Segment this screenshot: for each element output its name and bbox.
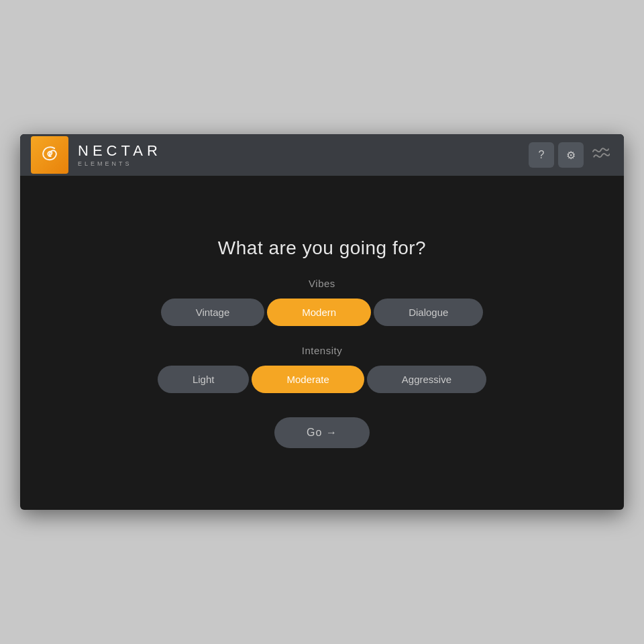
gear-icon: ⚙ [566, 149, 576, 162]
brand-name: NECTAR [78, 143, 162, 159]
question-icon: ? [539, 149, 545, 161]
help-button[interactable]: ? [529, 142, 554, 168]
wave-button[interactable] [588, 142, 613, 168]
intensity-section: Intensity Light Moderate Aggressive [34, 345, 610, 393]
intensity-button-group: Light Moderate Aggressive [158, 366, 486, 393]
app-window: NECTAR ELEMENTS ? ⚙ What are you [20, 134, 624, 510]
vibes-section: Vibes Vintage Modern Dialogue [34, 278, 610, 326]
vibes-button-group: Vintage Modern Dialogue [161, 299, 484, 326]
brand-text: NECTAR ELEMENTS [78, 143, 162, 167]
intensity-light-button[interactable]: Light [158, 366, 250, 393]
vibes-dialogue-button[interactable]: Dialogue [374, 299, 483, 326]
main-content: What are you going for? Vibes Vintage Mo… [20, 176, 624, 510]
intensity-moderate-button[interactable]: Moderate [252, 366, 364, 393]
header-icons: ? ⚙ [529, 142, 613, 168]
vibes-vintage-button[interactable]: Vintage [161, 299, 265, 326]
main-question: What are you going for? [218, 237, 426, 259]
intensity-aggressive-button[interactable]: Aggressive [367, 366, 486, 393]
vibes-label: Vibes [309, 278, 335, 289]
wave-icon [589, 142, 611, 168]
app-logo [31, 136, 68, 174]
intensity-label: Intensity [302, 345, 342, 356]
brand-subtitle: ELEMENTS [78, 160, 162, 167]
app-header: NECTAR ELEMENTS ? ⚙ [20, 134, 624, 176]
go-button[interactable]: Go → [274, 417, 370, 448]
vibes-modern-button[interactable]: Modern [267, 299, 371, 326]
spiral-icon [38, 143, 62, 167]
settings-button[interactable]: ⚙ [558, 142, 584, 168]
